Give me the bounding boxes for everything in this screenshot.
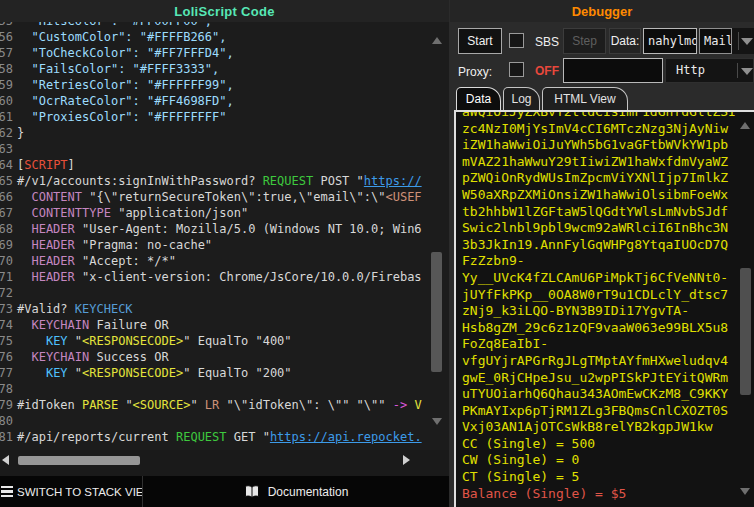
scroll-right-icon[interactable]	[403, 455, 410, 465]
chevron-down-icon[interactable]	[741, 68, 753, 75]
debugger-header: Debugger	[450, 0, 754, 22]
scroll-up-icon[interactable]	[432, 37, 442, 44]
code-line: 56 "CustomColor": "#FFFFB266",	[0, 29, 449, 45]
code-line: 73#Valid? KEYCHECK	[0, 301, 449, 317]
code-line: 70 HEADER "Accept: */*"	[0, 253, 449, 269]
combo-separator	[738, 32, 739, 50]
output-vertical-scrollbar[interactable]	[738, 112, 752, 505]
token-line: 3b3JkIn19.AnnFylGqWHPg8YtqaIUOcD7Q	[462, 237, 754, 254]
line-number: 65	[0, 173, 13, 189]
code-editor[interactable]: 55 "HitsColor": "#FF00FF00",56 "CustomCo…	[0, 22, 449, 450]
tab-html-view[interactable]: HTML View	[542, 87, 628, 110]
code-line: 64[SCRIPT]	[0, 157, 449, 173]
editor-horizontal-scrollbar[interactable]	[0, 450, 449, 476]
code-line: 63	[0, 141, 449, 157]
scroll-up-icon[interactable]	[740, 122, 750, 129]
code-line: 81#/api/reports/current REQUEST GET "htt…	[0, 429, 449, 445]
line-number: 62	[0, 125, 13, 141]
editor-hscroll-thumb[interactable]	[18, 456, 140, 465]
code-lines: 55 "HitsColor": "#FF00FF00",56 "CustomCo…	[0, 22, 449, 445]
capture-line: CC (Single) = 500	[462, 436, 754, 453]
line-number: 78	[0, 381, 13, 397]
code-line: 58 "FailsColor": "#FFFF3333",	[0, 61, 449, 77]
tab-log[interactable]: Log	[503, 87, 540, 110]
code-line: 76 KEYCHAIN Success OR	[0, 349, 449, 365]
chevron-down-icon[interactable]	[741, 38, 753, 45]
proxy-checkbox[interactable]	[509, 62, 524, 77]
code-line: 79#idToken PARSE "<SOURCE>" LR "\"idToke…	[0, 397, 449, 413]
line-number: 63	[0, 141, 13, 157]
step-button[interactable]: Step	[563, 28, 606, 54]
token-line: Vxj03AN1AjOTCsWkB8relYB2kgpJW1kw	[462, 419, 754, 436]
scroll-down-icon[interactable]	[740, 488, 750, 495]
proxy-type-combo[interactable]: Http	[665, 58, 754, 83]
line-number: 56	[0, 29, 13, 45]
sbs-label: SBS	[535, 35, 559, 49]
documentation-label: Documentation	[268, 485, 349, 499]
line-number: 64	[0, 157, 13, 173]
data-input[interactable]: nahylmo	[643, 28, 697, 54]
token-line: gwE_0RjCHpeJsu_u2wpPISkPJtEYitQWRm	[462, 370, 754, 387]
documentation-button[interactable]: Documentation	[143, 476, 449, 507]
code-line: 78	[0, 381, 449, 397]
token-line: jUYfFkPKp__0OA8W0rT9u1CDLclY_dtsc7	[462, 287, 754, 304]
code-line: 62}	[0, 125, 449, 141]
token-line: Swic2lnbl9pbl9wcm92aWRlciI6InBhc3N	[462, 220, 754, 237]
code-line: 69 HEADER "Pragma: no-cache"	[0, 237, 449, 253]
token-line: zc4NzI0MjYsImV4cCI6MTczNzg3NjAyNiw	[462, 121, 754, 138]
openbullet-config-debug-window: LoliScript Code 55 "HitsColor": "#FF00FF…	[0, 0, 754, 507]
line-number: 58	[0, 61, 13, 77]
output-vscroll-thumb[interactable]	[740, 268, 751, 395]
line-number: 74	[0, 317, 13, 333]
sbs-checkbox[interactable]	[509, 33, 524, 48]
line-number: 80	[0, 413, 13, 429]
debugger-output-area[interactable]: aWQiOiJyZXBvY2tldCIsImF1dGhfdGltZSIzc4Nz…	[454, 110, 754, 507]
line-number: 77	[0, 365, 13, 381]
token-line: tb2hhbW1lZGFtaW5lQGdtYWlsLmNvbSJdf	[462, 204, 754, 221]
token-line: aWQiOiJyZXBvY2tldCIsImF1dGhfdGltZSI	[462, 110, 754, 121]
line-number: 55	[0, 22, 13, 29]
wordlist-type-value: Mail	[699, 28, 732, 54]
start-button[interactable]: Start	[458, 28, 502, 54]
code-line: 66 CONTENT "{\"returnSecureToken\":true,…	[0, 189, 449, 205]
data-label: Data:	[609, 28, 641, 54]
line-number: 67	[0, 205, 13, 221]
code-line: 75 KEY "<RESPONSECODE>" EqualTo "400"	[0, 333, 449, 349]
capture-line: Balance (Single) = $5	[462, 486, 754, 503]
scroll-left-icon[interactable]	[2, 455, 9, 465]
line-number: 68	[0, 221, 13, 237]
editor-vertical-scrollbar[interactable]	[430, 22, 444, 450]
code-line: 61 "ProxiesColor": "#FFFFFFFF"	[0, 109, 449, 125]
token-line: W50aXRpZXMiOnsiZW1haWwiOlsibmFoeWx	[462, 187, 754, 204]
token-line: iZW1haWwiOiJuYWh5bG1vaGFtbWVkYW1pb	[462, 137, 754, 154]
wordlist-type-combo[interactable]: Mail	[699, 28, 754, 54]
code-line: 71 HEADER "x-client-version: Chrome/JsCo…	[0, 269, 449, 285]
token-line: Hsb8gZM_29c6z1zQF9vaaW063e99BLX5u8	[462, 320, 754, 337]
line-number: 73	[0, 301, 13, 317]
loliscript-title: LoliScript Code	[174, 4, 275, 19]
token-line: FoZq8EaIbI-	[462, 336, 754, 353]
token-line: zNj9_k3iLQO-BYN3B9IDi17YgvTA-	[462, 303, 754, 320]
token-line: mVAZ21haWwuY29tIiwiZW1haWxfdmVyaWZ	[462, 154, 754, 171]
loliscript-header: LoliScript Code	[0, 0, 449, 22]
line-number: 59	[0, 77, 13, 93]
line-number: 76	[0, 349, 13, 365]
line-number: 66	[0, 189, 13, 205]
line-number: 61	[0, 109, 13, 125]
editor-vscroll-thumb[interactable]	[431, 252, 442, 372]
debugger-title: Debugger	[572, 4, 633, 19]
proxy-input[interactable]	[563, 58, 663, 83]
tab-data[interactable]: Data	[456, 87, 501, 110]
code-line: 59 "RetriesColor": "#FFFFFF99",	[0, 77, 449, 93]
scroll-down-icon[interactable]	[432, 418, 442, 425]
line-number: 81	[0, 429, 13, 445]
token-line: vfgUYjrAPGrRgJLgTMptAYfmHXweludqv4	[462, 353, 754, 370]
code-line: 80	[0, 413, 449, 429]
combo-separator	[737, 63, 738, 78]
token-line: PKmAYIxp6pTjRM1ZLg3FBQmsCnlCXOZT0S	[462, 403, 754, 420]
token-line: FzZzbn9-	[462, 253, 754, 270]
line-number: 72	[0, 285, 13, 301]
switch-to-stack-view-button[interactable]: SWITCH TO STACK VIEW	[0, 476, 143, 507]
line-number: 71	[0, 269, 13, 285]
debugger-output-lines: aWQiOiJyZXBvY2tldCIsImF1dGhfdGltZSIzc4Nz…	[462, 110, 754, 502]
